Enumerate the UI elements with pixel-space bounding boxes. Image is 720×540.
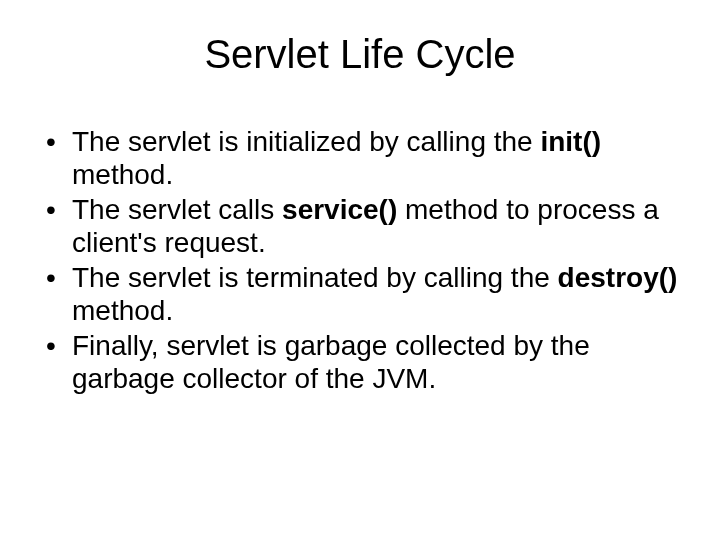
bullet-text-pre: The servlet is initialized by calling th…	[72, 126, 540, 157]
bullet-text-strong: destroy()	[558, 262, 678, 293]
bullet-list: The servlet is initialized by calling th…	[42, 125, 684, 395]
bullet-text-post: method.	[72, 295, 173, 326]
list-item: The servlet calls service() method to pr…	[42, 193, 684, 259]
bullet-text-pre: The servlet calls	[72, 194, 282, 225]
list-item: The servlet is initialized by calling th…	[42, 125, 684, 191]
bullet-text-strong: init()	[540, 126, 601, 157]
bullet-text-strong: service()	[282, 194, 397, 225]
bullet-text-pre: Finally, servlet is garbage collected by…	[72, 330, 590, 394]
slide: Servlet Life Cycle The servlet is initia…	[0, 0, 720, 540]
list-item: Finally, servlet is garbage collected by…	[42, 329, 684, 395]
slide-title: Servlet Life Cycle	[36, 32, 684, 77]
list-item: The servlet is terminated by calling the…	[42, 261, 684, 327]
bullet-text-pre: The servlet is terminated by calling the	[72, 262, 558, 293]
bullet-text-post: method.	[72, 159, 173, 190]
